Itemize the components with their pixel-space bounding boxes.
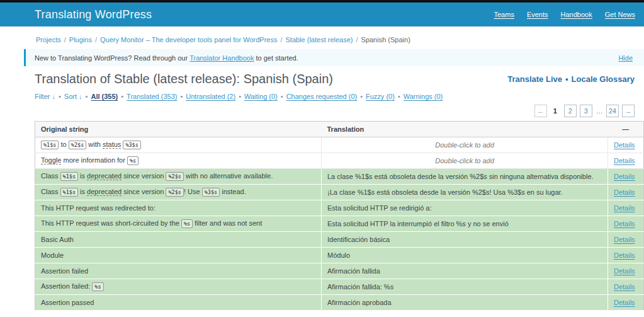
details-link[interactable]: Details: [614, 299, 635, 306]
details-link[interactable]: Details: [614, 236, 635, 243]
table-row[interactable]: Assertion failedAfirmación fallidaDetail…: [35, 263, 644, 279]
filter-separator: •: [360, 93, 363, 100]
breadcrumb-link-plugins[interactable]: Plugins: [69, 36, 92, 43]
original-cell: Basic Auth: [35, 232, 322, 248]
details-link[interactable]: Details: [614, 157, 635, 164]
details-link[interactable]: Details: [614, 251, 635, 259]
site-title: Translating WordPress: [35, 8, 152, 21]
table-body: %1$s to %2$s with status %3$sDouble-clic…: [35, 137, 644, 311]
filter-link-all-355[interactable]: All (355): [91, 93, 118, 100]
filter-link-untranslated-2[interactable]: Untranslated (2): [186, 93, 235, 100]
details-link[interactable]: Details: [614, 173, 635, 180]
filter-link-fuzzy-0[interactable]: Fuzzy (0): [366, 93, 395, 100]
placeholder-token: %3$s: [123, 141, 140, 149]
translator-handbook-link[interactable]: Translator Handbook: [189, 54, 254, 62]
glossary-term[interactable]: deprecated: [87, 188, 121, 196]
table-row[interactable]: This HTTP request was redirected to:Esta…: [35, 200, 644, 216]
details-link[interactable]: Details: [614, 141, 635, 149]
actions-cell: Details: [608, 153, 644, 169]
details-link[interactable]: Details: [614, 283, 635, 291]
glossary-term[interactable]: deprecated: [87, 172, 121, 180]
original-cell: Toggle more information for %s: [35, 153, 322, 169]
column-translation: Translation: [322, 122, 608, 137]
table-row[interactable]: Class %1$s is deprecated since version %…: [35, 169, 644, 185]
pagination-page-24[interactable]: 24: [606, 105, 619, 117]
translation-cell[interactable]: Identificación básica: [322, 232, 608, 248]
translation-cell[interactable]: Esta solicitud HTTP se redirigió a:: [322, 200, 608, 216]
filter-separator: •: [281, 93, 283, 100]
actions-cell: Details: [608, 279, 644, 295]
translate-live-link[interactable]: Translate Live: [507, 74, 562, 84]
actions-cell: Details: [608, 169, 644, 185]
masthead-link-teams[interactable]: Teams: [494, 11, 514, 18]
details-link[interactable]: Details: [614, 204, 635, 212]
placeholder-token: %3$s: [202, 188, 220, 197]
translation-cell[interactable]: Módulo: [322, 248, 608, 263]
placeholder-token: %2$s: [166, 188, 183, 197]
translation-cell[interactable]: Double-click to add: [322, 137, 608, 153]
table-row[interactable]: Class %1$s is deprecated since version %…: [35, 185, 644, 200]
masthead-link-get-news[interactable]: Get News: [605, 11, 635, 18]
details-link[interactable]: Details: [614, 267, 635, 275]
column-actions: —: [608, 122, 644, 137]
table-row[interactable]: This HTTP request was short-circuited by…: [35, 216, 644, 232]
filter-link-translated-353[interactable]: Translated (353): [127, 93, 177, 100]
sort-toggle[interactable]: Sort ↓: [64, 93, 82, 100]
details-link[interactable]: Details: [614, 188, 635, 196]
breadcrumb-link-projects[interactable]: Projects: [36, 36, 61, 43]
placeholder-token: %1$s: [41, 141, 59, 149]
glossary-term[interactable]: Toggle: [41, 156, 61, 164]
actions-separator: •: [565, 74, 568, 84]
table-row[interactable]: Toggle more information for %sDouble-cli…: [35, 153, 644, 169]
filter-toggle[interactable]: Filter ↓: [35, 93, 55, 100]
details-link[interactable]: Details: [614, 220, 635, 228]
pagination-ellipsis: …: [596, 107, 603, 115]
actions-cell: Details: [608, 185, 644, 200]
pagination-next-button[interactable]: →: [622, 105, 635, 117]
translation-cell[interactable]: Esta solicitud HTTP la interrumpió el fi…: [322, 216, 608, 232]
original-cell: This HTTP request was short-circuited by…: [35, 216, 322, 232]
filter-row: Filter ↓•Sort ↓•All (355)•Translated (35…: [35, 93, 635, 100]
table-row[interactable]: Assertion passedAfirmación aprobadaDetai…: [35, 295, 644, 311]
table-header-row: Original string Translation —: [35, 122, 644, 137]
actions-cell: Details: [608, 295, 644, 311]
hide-notice-link[interactable]: Hide: [618, 54, 633, 62]
translation-cell[interactable]: Afirmación fallida: [322, 263, 608, 279]
masthead-link-events[interactable]: Events: [527, 11, 548, 18]
original-cell: Assertion failed: [35, 263, 322, 279]
actions-cell: Details: [608, 232, 644, 248]
filter-link-warnings-0[interactable]: Warnings (0): [404, 93, 443, 100]
table-row[interactable]: ModuleMóduloDetails: [35, 248, 644, 263]
filter-link-changes-requested-0[interactable]: Changes requested (0): [286, 93, 358, 100]
placeholder-token: %1$s: [60, 172, 78, 181]
breadcrumb-link-stable-latest-release[interactable]: Stable (latest release): [285, 36, 353, 43]
pagination-page-2[interactable]: 2: [564, 105, 577, 117]
table-row[interactable]: Assertion failed: %sAfirmación fallida: …: [35, 279, 644, 295]
page-title: Translation of Stable (latest release): …: [35, 72, 333, 86]
filter-separator: •: [398, 93, 400, 100]
translation-cell[interactable]: ¡La clase %1$s está obsoleta desde la ve…: [322, 185, 608, 200]
pagination-prev-button[interactable]: ←: [534, 105, 547, 117]
pagination-page-3[interactable]: 3: [580, 105, 592, 117]
placeholder-token: %s: [127, 156, 138, 165]
translation-cell[interactable]: La clase %1$s está obsoleta desde la ver…: [322, 169, 608, 185]
translation-cell[interactable]: Afirmación fallida: %s: [322, 279, 608, 295]
notice-text-before: New to Translating WordPress? Read throu…: [35, 54, 188, 62]
masthead-link-handbook[interactable]: Handbook: [561, 11, 592, 18]
translation-cell[interactable]: Afirmación aprobada: [322, 295, 608, 311]
pagination-current-page: 1: [553, 107, 557, 115]
glossary-term[interactable]: status: [103, 141, 121, 149]
actions-cell: Details: [608, 248, 644, 263]
pagination: ←123…24→: [35, 105, 635, 118]
translation-cell[interactable]: Double-click to add: [322, 153, 608, 169]
original-cell: Class %1$s is deprecated since version %…: [35, 169, 322, 185]
welcome-notice: New to Translating WordPress? Read throu…: [24, 49, 644, 66]
breadcrumb-link-query-monitor-the-developer-tools-panel-for-wordpress[interactable]: Query Monitor – The developer tools pane…: [100, 36, 277, 43]
table-row[interactable]: %1$s to %2$s with status %3$sDouble-clic…: [35, 137, 644, 153]
filter-link-waiting-0[interactable]: Waiting (0): [244, 93, 278, 100]
page-title-row: Translation of Stable (latest release): …: [35, 72, 635, 86]
locale-glossary-link[interactable]: Locale Glossary: [572, 74, 635, 84]
actions-cell: Details: [608, 137, 644, 153]
table-row[interactable]: Basic AuthIdentificación básicaDetails: [35, 232, 644, 248]
original-cell: Assertion passed: [35, 295, 322, 311]
